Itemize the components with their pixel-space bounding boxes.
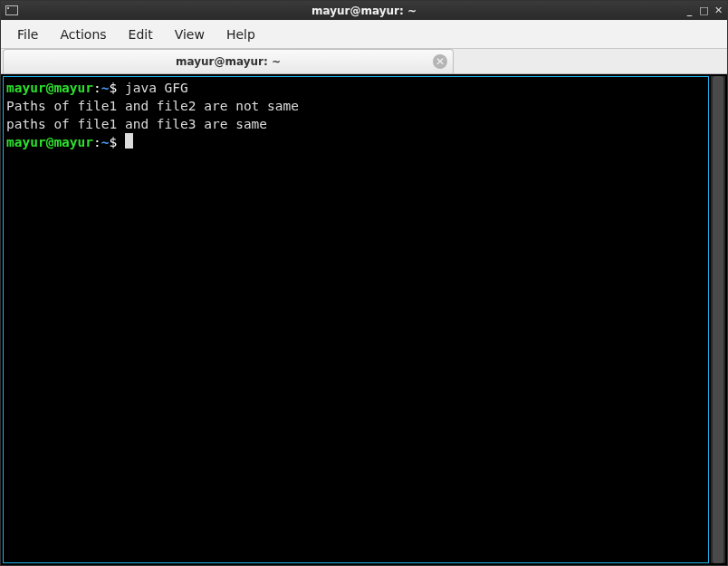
terminal-line: mayur@mayur:~$ java GFG [6, 79, 705, 97]
window-title: mayur@mayur: ~ [311, 5, 417, 17]
scrollbar[interactable] [711, 76, 725, 563]
scrollbar-thumb[interactable] [713, 76, 723, 563]
terminal-window: mayur@mayur: ~ _ □ ✕ File Actions Edit V… [0, 0, 728, 566]
tab-close-icon[interactable]: ✕ [433, 54, 447, 69]
close-button[interactable]: ✕ [714, 5, 723, 15]
terminal-line: mayur@mayur:~$ [6, 133, 705, 151]
menu-edit[interactable]: Edit [118, 22, 164, 47]
menu-actions[interactable]: Actions [49, 22, 117, 47]
minimize-button[interactable]: _ [685, 5, 694, 15]
terminal-line: paths of file1 and file3 are same [6, 115, 705, 133]
menu-view[interactable]: View [164, 22, 216, 47]
prompt-dollar: $ [110, 135, 125, 149]
terminal-icon [5, 5, 18, 15]
tab-label: mayur@mayur: ~ [176, 55, 281, 68]
prompt-separator: : [93, 135, 101, 149]
prompt-dollar: $ [110, 81, 125, 95]
titlebar[interactable]: mayur@mayur: ~ _ □ ✕ [1, 1, 727, 20]
tab-terminal-1[interactable]: mayur@mayur: ~ ✕ [3, 49, 454, 73]
terminal-container: mayur@mayur:~$ java GFGPaths of file1 an… [1, 74, 727, 565]
menu-help[interactable]: Help [216, 22, 266, 47]
terminal-line: Paths of file1 and file2 are not same [6, 97, 705, 115]
prompt-user: mayur@mayur [6, 81, 93, 95]
cursor [125, 133, 133, 149]
output-text: Paths of file1 and file2 are not same [6, 99, 299, 113]
menu-file[interactable]: File [6, 22, 49, 47]
menubar: File Actions Edit View Help [1, 20, 727, 49]
prompt-user: mayur@mayur [6, 135, 93, 149]
prompt-path: ~ [101, 81, 110, 95]
maximize-button[interactable]: □ [699, 5, 709, 15]
terminal-output[interactable]: mayur@mayur:~$ java GFGPaths of file1 an… [3, 76, 709, 563]
window-controls: _ □ ✕ [685, 5, 723, 15]
command-text: java GFG [125, 81, 188, 95]
prompt-path: ~ [101, 135, 110, 149]
prompt-separator: : [93, 81, 101, 95]
tabbar: mayur@mayur: ~ ✕ [1, 49, 727, 74]
output-text: paths of file1 and file3 are same [6, 117, 267, 131]
